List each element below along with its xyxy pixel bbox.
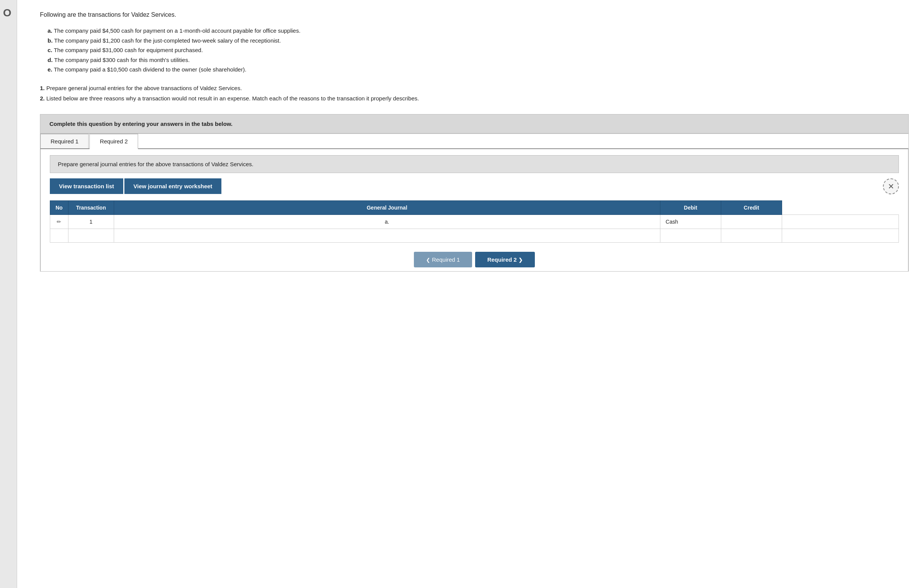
tabs-row: Required 1 Required 2 <box>40 134 908 149</box>
instruction-1: 1. Prepare general journal entries for t… <box>40 83 909 93</box>
journal-table: No Transaction General Journal Debit Cre… <box>50 201 899 243</box>
col-header-transaction: Transaction <box>68 201 114 214</box>
cell-empty-debit[interactable] <box>721 229 782 242</box>
col-header-no: No <box>50 201 68 214</box>
action-buttons-row: View transaction list View journal entry… <box>50 178 899 194</box>
instruction-num-1: 1. <box>40 85 45 91</box>
cell-empty-credit[interactable] <box>782 229 899 242</box>
transaction-text-c: The company paid $31,000 cash for equipm… <box>54 47 203 53</box>
transaction-label-d: d. <box>48 57 53 63</box>
instruction-text-2: Listed below are three reasons why a tra… <box>46 95 419 102</box>
tab-description: Prepare general journal entries for the … <box>50 155 899 173</box>
prev-arrow: ❮ <box>426 257 430 263</box>
cell-no-1: 1 <box>68 214 114 229</box>
table-row: ✏ 1 a. Cash <box>50 214 899 229</box>
tab-content: Prepare general journal entries for the … <box>40 149 908 271</box>
list-item: a. The company paid $4,500 cash for paym… <box>48 26 909 36</box>
next-label: Required 2 <box>487 256 517 263</box>
prev-button[interactable]: ❮ Required 1 <box>414 252 472 267</box>
list-item: b. The company paid $1,200 cash for the … <box>48 36 909 46</box>
close-button[interactable]: ✕ <box>883 178 899 194</box>
list-item: d. The company paid $300 cash for this m… <box>48 55 909 65</box>
cell-empty-journal[interactable] <box>660 229 721 242</box>
col-header-general-journal: General Journal <box>114 201 660 214</box>
left-sidebar: O es <box>0 0 17 588</box>
instruction-2: 2. Listed below are three reasons why a … <box>40 93 909 104</box>
list-item: e. The company paid a $10,500 cash divid… <box>48 65 909 74</box>
tab-required-1[interactable]: Required 1 <box>40 134 89 148</box>
transaction-label-c: c. <box>48 47 53 53</box>
cell-transaction-a: a. <box>114 214 660 229</box>
main-content: Following are the transactions for Valde… <box>17 0 924 287</box>
page-wrapper: O es Following are the transactions for … <box>0 0 924 588</box>
tab-description-text: Prepare general journal entries for the … <box>58 161 253 167</box>
tab-required-2[interactable]: Required 2 <box>89 134 138 149</box>
transaction-text-e: The company paid a $10,500 cash dividend… <box>54 66 246 72</box>
transaction-text-d: The company paid $300 cash for this mont… <box>54 57 190 63</box>
table-header-row: No Transaction General Journal Debit Cre… <box>50 201 899 214</box>
transaction-label-e: e. <box>48 66 53 72</box>
complete-box-text: Complete this question by entering your … <box>50 120 233 127</box>
cell-empty-no <box>68 229 114 242</box>
intro-text: Following are the transactions for Valde… <box>40 12 909 18</box>
pencil-icon: ✏ <box>57 219 61 225</box>
cell-general-journal-1[interactable]: Cash <box>660 214 721 229</box>
instructions-list: 1. Prepare general journal entries for t… <box>40 83 909 104</box>
sidebar-letter: O <box>3 7 12 19</box>
transaction-label-a: a. <box>48 27 53 34</box>
prev-label: Required 1 <box>432 256 460 263</box>
nav-buttons: ❮ Required 1 Required 2 ❯ <box>50 252 899 267</box>
instruction-text-1: Prepare general journal entries for the … <box>46 85 242 91</box>
view-journal-entry-worksheet-button[interactable]: View journal entry worksheet <box>124 178 221 194</box>
close-icon: ✕ <box>888 182 894 191</box>
cell-empty-icon <box>50 229 68 242</box>
transaction-label-b: b. <box>48 37 53 44</box>
transaction-text-b: The company paid $1,200 cash for the jus… <box>54 37 281 44</box>
cell-empty-transaction <box>114 229 660 242</box>
tabs-container: Required 1 Required 2 Prepare general jo… <box>40 133 909 272</box>
col-header-credit: Credit <box>721 201 782 214</box>
cell-debit-1[interactable] <box>721 214 782 229</box>
next-arrow: ❯ <box>518 257 523 263</box>
transaction-text-a: The company paid $4,500 cash for payment… <box>54 27 300 34</box>
complete-box: Complete this question by entering your … <box>40 114 909 133</box>
next-button[interactable]: Required 2 ❯ <box>475 252 535 267</box>
list-item: c. The company paid $31,000 cash for equ… <box>48 45 909 55</box>
view-transaction-list-button[interactable]: View transaction list <box>50 178 123 194</box>
cell-edit-icon[interactable]: ✏ <box>50 214 68 229</box>
instruction-num-2: 2. <box>40 95 45 102</box>
col-header-debit: Debit <box>660 201 721 214</box>
transactions-list: a. The company paid $4,500 cash for paym… <box>48 26 909 74</box>
table-row <box>50 229 899 242</box>
cell-credit-1[interactable] <box>782 214 899 229</box>
